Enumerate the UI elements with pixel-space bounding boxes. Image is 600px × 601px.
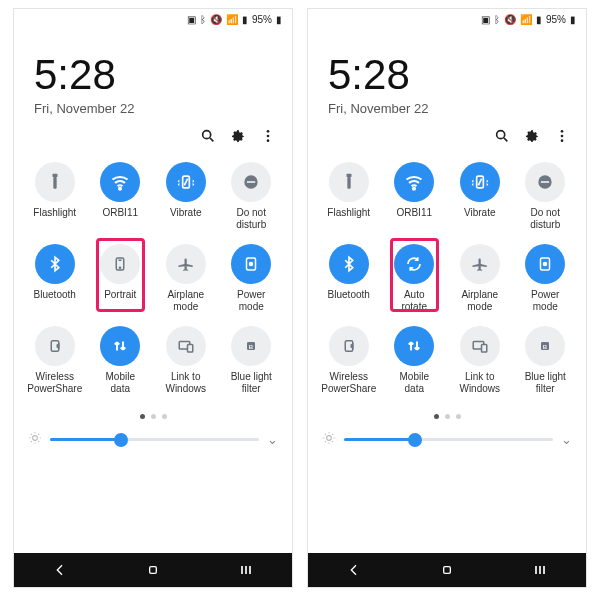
clock-block: 5:28Fri, November 22 <box>308 29 586 124</box>
tile-mobiledata[interactable]: Mobile data <box>90 324 152 396</box>
tile-label: Wireless PowerShare <box>27 371 82 394</box>
bluetooth-icon <box>329 244 369 284</box>
dot <box>140 414 145 419</box>
action-row <box>308 124 586 156</box>
tile-vibrate[interactable]: Vibrate <box>449 160 511 232</box>
svg-point-22 <box>561 130 564 133</box>
tile-power[interactable]: Power mode <box>221 242 283 314</box>
battery-icon: ▮ <box>570 14 576 25</box>
chevron-down-icon[interactable]: ⌄ <box>561 432 572 447</box>
tile-bluelight[interactable]: BBlue light filter <box>221 324 283 396</box>
quick-settings-grid: FlashlightORBI11VibrateDo not disturbBlu… <box>14 156 292 400</box>
tile-airplane[interactable]: Airplane mode <box>155 242 217 314</box>
powershare-icon <box>35 326 75 366</box>
tile-rotation[interactable]: Portrait <box>90 242 152 314</box>
slider-track[interactable] <box>50 438 259 441</box>
bluetooth-icon <box>35 244 75 284</box>
tile-label: Vibrate <box>170 207 202 229</box>
tile-powershare[interactable]: Wireless PowerShare <box>318 324 380 396</box>
tile-label: Power mode <box>237 289 265 312</box>
gear-icon[interactable] <box>524 128 540 144</box>
brightness-slider[interactable]: ⌄ <box>308 425 586 454</box>
tile-dnd[interactable]: Do not disturb <box>221 160 283 232</box>
home-button[interactable] <box>438 561 456 579</box>
svg-point-11 <box>120 267 121 268</box>
tile-airplane[interactable]: Airplane mode <box>449 242 511 314</box>
tile-label: Link to Windows <box>459 371 500 394</box>
slider-track[interactable] <box>344 438 553 441</box>
tile-label: Airplane mode <box>461 289 498 312</box>
brightness-slider[interactable]: ⌄ <box>14 425 292 454</box>
flashlight-icon <box>35 162 75 202</box>
tile-bluetooth[interactable]: Bluetooth <box>24 242 86 314</box>
status-bar: ▣ᛒ🔇📶▮95%▮ <box>14 9 292 29</box>
slider-thumb[interactable] <box>114 433 128 447</box>
tile-bluelight[interactable]: BBlue light filter <box>515 324 577 396</box>
dot <box>434 414 439 419</box>
page-indicator[interactable] <box>308 400 586 425</box>
tile-wifi[interactable]: ORBI11 <box>90 160 152 232</box>
back-button[interactable] <box>51 561 69 579</box>
wifi-icon <box>100 162 140 202</box>
dot <box>162 414 167 419</box>
tile-label: Wireless PowerShare <box>321 371 376 394</box>
search-icon[interactable] <box>494 128 510 144</box>
svg-point-27 <box>413 188 415 190</box>
slider-thumb[interactable] <box>408 433 422 447</box>
page-indicator[interactable] <box>14 400 292 425</box>
signal-icon: ▮ <box>242 14 248 25</box>
recents-button[interactable] <box>531 561 549 579</box>
dot <box>445 414 450 419</box>
tile-powershare[interactable]: Wireless PowerShare <box>24 324 86 396</box>
svg-point-13 <box>249 262 254 267</box>
tile-rotation[interactable]: Auto rotate <box>384 242 446 314</box>
chevron-down-icon[interactable]: ⌄ <box>267 432 278 447</box>
search-icon[interactable] <box>200 128 216 144</box>
svg-point-0 <box>203 131 211 139</box>
svg-point-19 <box>33 436 38 441</box>
portrait-icon <box>100 244 140 284</box>
recents-button[interactable] <box>237 561 255 579</box>
tile-vibrate[interactable]: Vibrate <box>155 160 217 232</box>
wifi-status-icon: 📶 <box>520 14 532 25</box>
gear-icon[interactable] <box>230 128 246 144</box>
mute-icon: 🔇 <box>504 14 516 25</box>
powershare-icon <box>329 326 369 366</box>
tile-mobiledata[interactable]: Mobile data <box>384 324 446 396</box>
dnd-icon <box>231 162 271 202</box>
svg-point-21 <box>497 131 505 139</box>
tile-flashlight[interactable]: Flashlight <box>318 160 380 232</box>
svg-point-2 <box>267 135 270 138</box>
tile-linkwin[interactable]: Link to Windows <box>155 324 217 396</box>
battery-text: 95% <box>546 14 566 25</box>
battery-text: 95% <box>252 14 272 25</box>
tile-label: ORBI11 <box>102 207 138 229</box>
tile-label: Vibrate <box>464 207 496 229</box>
svg-rect-20 <box>150 567 157 574</box>
tile-label: Auto rotate <box>401 289 427 312</box>
home-button[interactable] <box>144 561 162 579</box>
more-icon[interactable] <box>554 128 570 144</box>
tile-label: Airplane mode <box>167 289 204 312</box>
svg-rect-16 <box>187 345 192 353</box>
svg-point-3 <box>267 139 270 142</box>
svg-point-32 <box>543 262 548 267</box>
wifi-icon <box>394 162 434 202</box>
nfc-icon: ▣ <box>481 14 490 25</box>
svg-point-1 <box>267 130 270 133</box>
tile-bluetooth[interactable]: Bluetooth <box>318 242 380 314</box>
tile-power[interactable]: Power mode <box>515 242 577 314</box>
bluetooth-status-icon: ᛒ <box>494 14 500 25</box>
tile-label: Mobile data <box>106 371 135 394</box>
more-icon[interactable] <box>260 128 276 144</box>
tile-flashlight[interactable]: Flashlight <box>24 160 86 232</box>
back-button[interactable] <box>345 561 363 579</box>
tile-dnd[interactable]: Do not disturb <box>515 160 577 232</box>
tile-wifi[interactable]: ORBI11 <box>384 160 446 232</box>
svg-rect-26 <box>347 177 350 189</box>
tile-label: Flashlight <box>33 207 76 229</box>
tile-linkwin[interactable]: Link to Windows <box>449 324 511 396</box>
dnd-icon <box>525 162 565 202</box>
sun-icon <box>322 431 336 448</box>
airplane-icon <box>460 244 500 284</box>
